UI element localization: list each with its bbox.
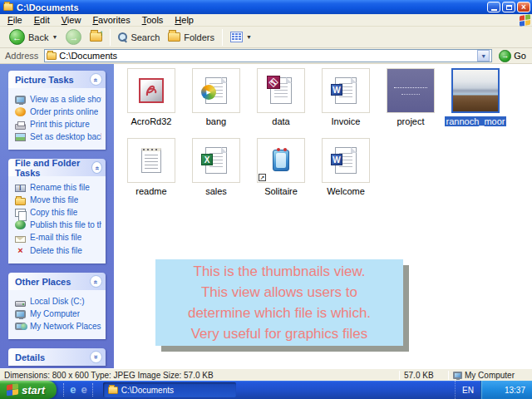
collapse-chevron-icon[interactable]: « bbox=[90, 73, 102, 86]
back-button[interactable]: ← Back ▼ bbox=[5, 27, 62, 47]
panel-title: Details bbox=[15, 352, 45, 362]
menu-tools[interactable]: Tools bbox=[136, 15, 170, 25]
annotation-line: Very useful for graphics files bbox=[191, 323, 368, 344]
my-computer-icon bbox=[453, 372, 462, 379]
file-acrord32[interactable]: AcroRd32 bbox=[119, 68, 184, 138]
disk-icon bbox=[15, 301, 26, 307]
back-label: Back bbox=[28, 32, 48, 42]
task-rename-file[interactable]: Rename this file bbox=[13, 181, 103, 194]
task-view-slideshow[interactable]: View as a slide show bbox=[13, 93, 103, 106]
panel-other-places-header[interactable]: Other Places « bbox=[8, 273, 106, 290]
file-rannoch-moor[interactable]: rannoch_moor bbox=[443, 68, 508, 138]
place-my-computer[interactable]: My Computer bbox=[13, 308, 103, 320]
go-button[interactable]: → Go bbox=[495, 50, 530, 62]
annotation-line: determine which file is which. bbox=[188, 303, 371, 323]
address-value: C:\Documents bbox=[59, 51, 475, 61]
close-button[interactable]: × bbox=[517, 2, 530, 12]
folders-button[interactable]: Folders bbox=[164, 27, 219, 47]
media-player-orb-icon bbox=[201, 85, 216, 100]
panel-picture-tasks-header[interactable]: Picture Tasks « bbox=[8, 71, 106, 88]
panel-title: Other Places bbox=[15, 277, 71, 287]
task-delete-file[interactable]: × Delete this file bbox=[13, 244, 103, 257]
word-logo-icon bbox=[331, 154, 342, 165]
task-folder-icon bbox=[108, 387, 118, 394]
task-set-desktop-background[interactable]: Set as desktop background bbox=[13, 131, 103, 143]
start-button[interactable]: start bbox=[0, 381, 57, 399]
desktop-background-icon bbox=[15, 133, 26, 141]
task-move-file[interactable]: Move this file bbox=[13, 194, 103, 206]
up-button[interactable]: ↑ bbox=[86, 27, 106, 47]
up-folder-icon: ↑ bbox=[90, 32, 102, 42]
ie-icon[interactable]: e bbox=[70, 383, 76, 397]
menu-favorites[interactable]: Favorites bbox=[86, 15, 135, 25]
collapse-chevron-icon[interactable]: « bbox=[90, 275, 102, 288]
taskbar-clock[interactable]: 13:37 bbox=[505, 386, 525, 395]
address-dropdown-button[interactable]: ▼ bbox=[477, 50, 490, 62]
access-key-icon bbox=[267, 76, 280, 89]
address-folder-icon bbox=[47, 52, 57, 60]
move-icon bbox=[15, 198, 26, 205]
status-bar: Dimensions: 800 x 600 Type: JPEG Image S… bbox=[0, 368, 532, 381]
task-email-file[interactable]: E-mail this file bbox=[13, 231, 103, 244]
status-location: My Computer bbox=[449, 369, 532, 381]
restore-button[interactable] bbox=[502, 2, 515, 12]
address-input[interactable]: C:\Documents ▼ bbox=[44, 49, 492, 62]
excel-doc-icon bbox=[205, 147, 227, 174]
shortcut-arrow-icon: ↗ bbox=[259, 174, 266, 181]
panel-title: File and Folder Tasks bbox=[15, 159, 91, 178]
annotation-line: This view allows users to bbox=[201, 282, 357, 303]
task-pane-sidebar: Picture Tasks « View as a slide show Ord… bbox=[0, 64, 114, 368]
search-icon bbox=[118, 32, 127, 42]
task-order-prints[interactable]: Order prints online bbox=[13, 106, 103, 118]
menu-help[interactable]: Help bbox=[169, 15, 200, 25]
collapse-chevron-icon[interactable]: « bbox=[91, 161, 102, 174]
menu-view[interactable]: View bbox=[56, 15, 87, 25]
task-publish-file[interactable]: Publish this file to the Web bbox=[13, 219, 103, 231]
menu-file[interactable]: File bbox=[2, 15, 28, 25]
file-bang[interactable]: bang bbox=[184, 68, 249, 138]
toolbar-separator bbox=[222, 29, 223, 46]
panel-details-header[interactable]: Details « bbox=[8, 348, 106, 366]
minimize-button[interactable] bbox=[487, 2, 500, 12]
start-flag-icon bbox=[7, 383, 18, 397]
photo-thumbnail bbox=[453, 70, 498, 111]
panel-title: Picture Tasks bbox=[15, 75, 74, 85]
toolbar-separator bbox=[110, 29, 111, 46]
text-file-icon bbox=[141, 148, 161, 173]
file-project[interactable]: project bbox=[378, 68, 443, 138]
menu-edit[interactable]: Edit bbox=[28, 15, 56, 25]
views-dropdown-icon: ▼ bbox=[246, 34, 252, 40]
address-bar: Address C:\Documents ▼ → Go bbox=[0, 48, 532, 64]
task-copy-file[interactable]: Copy this file bbox=[13, 206, 103, 219]
file-readme[interactable]: readme bbox=[119, 138, 184, 208]
go-arrow-icon: → bbox=[499, 50, 511, 62]
menu-bar: File Edit View Favorites Tools Help bbox=[0, 14, 532, 27]
go-label: Go bbox=[514, 51, 526, 61]
taskbar-window-button[interactable]: C:\Documents bbox=[103, 382, 236, 397]
back-icon: ← bbox=[9, 29, 25, 45]
place-my-network[interactable]: My Network Places bbox=[13, 320, 103, 332]
file-welcome[interactable]: Welcome bbox=[313, 138, 378, 208]
forward-button[interactable]: → bbox=[62, 27, 86, 47]
place-local-disk[interactable]: Local Disk (C:) bbox=[13, 295, 103, 308]
back-dropdown-icon[interactable]: ▼ bbox=[52, 34, 57, 40]
annotation-note: This is the thumbnails view. This view a… bbox=[155, 259, 403, 346]
file-invoice[interactable]: Invoice bbox=[313, 68, 378, 138]
taskbar-window-label: C:\Documents bbox=[121, 386, 174, 395]
search-label: Search bbox=[131, 32, 160, 42]
file-data[interactable]: data bbox=[249, 68, 313, 138]
task-print-picture[interactable]: Print this picture bbox=[13, 118, 103, 131]
file-sales[interactable]: sales bbox=[184, 138, 249, 208]
standard-toolbar: ← Back ▼ → ↑ Search Folders ▼ bbox=[0, 27, 532, 48]
annotation-line: This is the thumbnails view. bbox=[194, 261, 366, 282]
search-button[interactable]: Search bbox=[114, 27, 164, 47]
taskbar: start e e C:\Documents EN 13:37 bbox=[0, 381, 532, 399]
views-button[interactable]: ▼ bbox=[226, 27, 256, 47]
ie-faded-icon[interactable]: e bbox=[81, 383, 86, 397]
thumbnail-grid: AcroRd32 bang bbox=[119, 68, 532, 208]
expand-chevron-icon[interactable]: « bbox=[90, 351, 102, 363]
panel-file-folder-tasks-header[interactable]: File and Folder Tasks « bbox=[8, 159, 106, 176]
language-indicator[interactable]: EN bbox=[455, 381, 480, 399]
access-file-icon bbox=[270, 77, 292, 104]
file-solitaire[interactable]: ↗ Solitaire bbox=[249, 138, 313, 208]
